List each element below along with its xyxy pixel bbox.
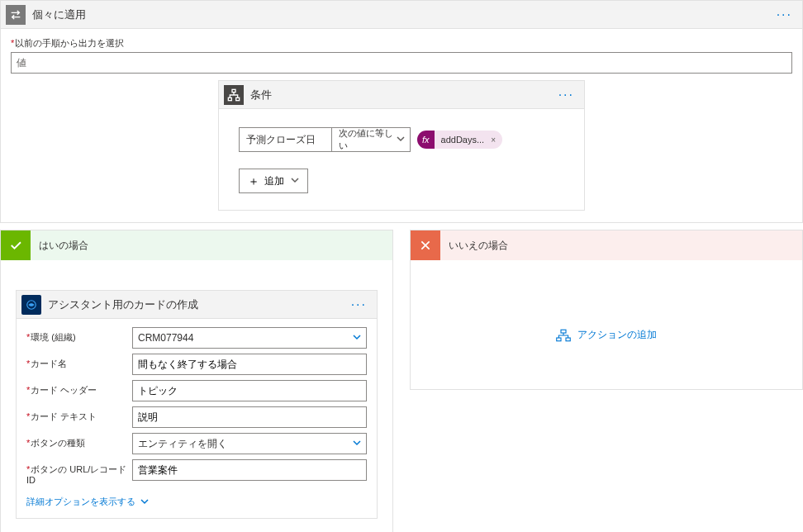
apply-to-each-header[interactable]: 個々に適用 ··· — [1, 1, 802, 29]
button-type-label: ボタンの種類 — [26, 433, 132, 449]
env-value: CRM077944 — [138, 332, 193, 344]
condition-left-value: 予測クローズ日 — [246, 133, 316, 147]
branch-no-header: いいえの場合 — [411, 230, 802, 260]
branch-no-add-action-label: アクションの追加 — [577, 328, 657, 342]
card-text-label: カード テキスト — [26, 406, 132, 422]
condition-expression-label: addDays... — [435, 131, 490, 149]
create-card-body: 環境 (組織) CRM077944 — [17, 319, 377, 518]
plus-icon: ＋ — [248, 175, 259, 187]
field-row-card-header: カード ヘッダー — [26, 380, 367, 401]
branch-no-add-action-wrap: アクションの追加 — [425, 290, 787, 369]
condition-header[interactable]: 条件 ··· — [219, 81, 584, 109]
check-icon — [1, 230, 31, 260]
branch-yes-body: アシスタント用のカードの作成 ··· 環境 (組織) CRM077944 — [1, 260, 392, 532]
svg-rect-8 — [557, 338, 561, 341]
apply-to-each-card: 個々に適用 ··· 以前の手順から出力を選択 条件 ··· 予測クローズ — [0, 0, 803, 223]
branch-yes-add-action-wrap: アクションの追加 — [16, 519, 378, 532]
condition-branches: はいの場合 アシスタント用のカードの作成 ··· 環境 (組織) — [0, 230, 803, 532]
card-text-input[interactable] — [132, 406, 367, 428]
create-card-action: アシスタント用のカードの作成 ··· 環境 (組織) CRM077944 — [16, 290, 378, 519]
fx-icon: fx — [417, 131, 435, 149]
apply-to-each-title: 個々に適用 — [32, 7, 86, 22]
condition-left-field[interactable]: 予測クローズ日 — [239, 127, 331, 152]
condition-add-label: 追加 — [264, 174, 284, 188]
output-input[interactable] — [11, 52, 792, 74]
condition-icon — [224, 85, 244, 105]
add-action-icon — [556, 329, 571, 342]
branch-no: いいえの場合 アクションの追加 — [410, 230, 803, 390]
condition-operator-select[interactable]: 次の値に等しい — [331, 127, 411, 152]
chevron-down-icon — [397, 135, 405, 145]
expression-remove-icon[interactable]: × — [489, 131, 502, 149]
output-label: 以前の手順から出力を選択 — [11, 37, 792, 50]
condition-operator-value: 次の値に等しい — [339, 127, 393, 152]
branch-yes: はいの場合 アシスタント用のカードの作成 ··· 環境 (組織) — [0, 230, 393, 532]
svg-rect-2 — [236, 97, 240, 100]
condition-row: 予測クローズ日 次の値に等しい fx addDays... × — [239, 127, 564, 152]
condition-menu[interactable]: ··· — [554, 88, 579, 102]
svg-rect-9 — [566, 338, 570, 341]
card-header-label: カード ヘッダー — [26, 380, 132, 396]
close-icon — [411, 230, 440, 260]
env-select[interactable]: CRM077944 — [132, 327, 367, 349]
branch-yes-header: はいの場合 — [1, 230, 392, 260]
card-name-input[interactable] — [132, 354, 367, 375]
dynamics-icon — [21, 295, 41, 315]
field-row-card-text: カード テキスト — [26, 406, 367, 428]
create-card-menu[interactable]: ··· — [346, 297, 372, 312]
svg-rect-1 — [228, 97, 231, 100]
field-row-env: 環境 (組織) CRM077944 — [26, 327, 367, 349]
branch-no-body: アクションの追加 — [411, 260, 802, 389]
field-row-card-name: カード名 — [26, 354, 367, 375]
create-card-title: アシスタント用のカードの作成 — [48, 297, 198, 312]
field-row-button-url: ボタンの URL/レコード ID — [26, 459, 367, 486]
branch-yes-title: はいの場合 — [39, 239, 88, 253]
svg-rect-0 — [232, 89, 235, 92]
chevron-down-icon — [353, 332, 361, 344]
svg-rect-7 — [561, 330, 566, 333]
branch-no-title: いいえの場合 — [449, 239, 508, 253]
card-header-input[interactable] — [132, 380, 367, 401]
button-url-input[interactable] — [132, 459, 367, 481]
apply-to-each-menu[interactable]: ··· — [772, 7, 797, 22]
condition-body: 予測クローズ日 次の値に等しい fx addDays... × — [219, 109, 584, 210]
button-type-value: エンティティを開く — [138, 437, 227, 451]
env-label: 環境 (組織) — [26, 327, 132, 343]
apply-to-each-body: 以前の手順から出力を選択 条件 ··· 予測クローズ日 — [1, 29, 802, 222]
button-url-label: ボタンの URL/レコード ID — [26, 459, 132, 486]
button-type-select[interactable]: エンティティを開く — [132, 433, 367, 454]
condition-add-button[interactable]: ＋ 追加 — [239, 169, 308, 193]
condition-expression-pill[interactable]: fx addDays... × — [417, 131, 502, 149]
chevron-down-icon — [140, 497, 149, 507]
more-options-toggle[interactable]: 詳細オプションを表示する — [26, 491, 149, 511]
card-name-label: カード名 — [26, 354, 132, 369]
condition-title: 条件 — [250, 88, 272, 102]
create-card-header[interactable]: アシスタント用のカードの作成 ··· — [17, 291, 377, 319]
chevron-down-icon — [291, 176, 299, 186]
more-options-label: 詳細オプションを表示する — [26, 496, 135, 508]
field-row-button-type: ボタンの種類 エンティティを開く — [26, 433, 367, 454]
chevron-down-icon — [353, 438, 361, 449]
condition-card: 条件 ··· 予測クローズ日 次の値に等しい — [218, 80, 585, 211]
loop-icon — [6, 5, 26, 25]
branch-no-add-action[interactable]: アクションの追加 — [556, 328, 657, 342]
